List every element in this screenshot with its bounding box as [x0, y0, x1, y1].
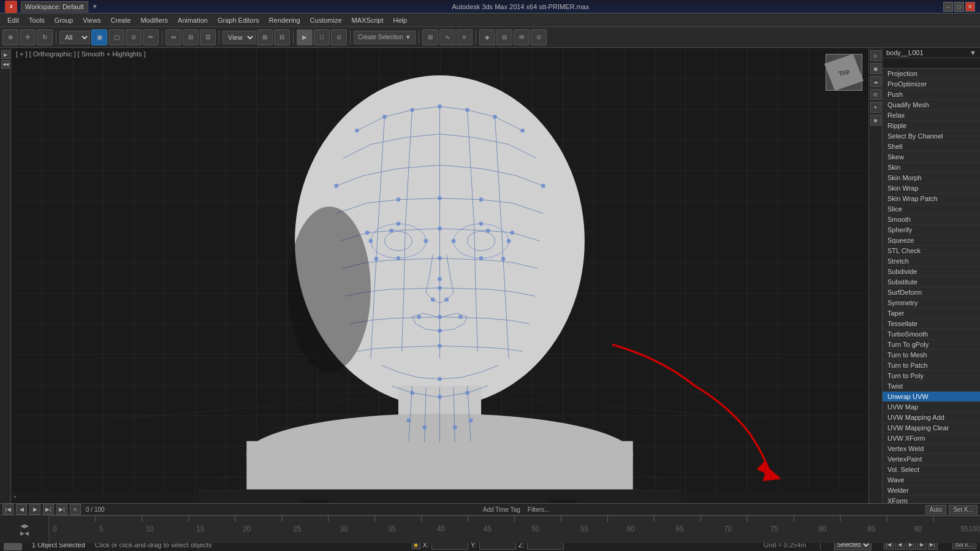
- modifier-item[interactable]: Vertex Weld: [883, 444, 980, 454]
- timeline-track[interactable]: 0 5 10 15 20 25 30 35 40 45 50 55 60 65: [49, 515, 980, 543]
- modifier-item[interactable]: Skin Wrap: [883, 183, 980, 194]
- modifier-item[interactable]: Turn to Mesh: [883, 350, 980, 360]
- menu-item-animation[interactable]: Animation: [173, 13, 213, 26]
- collapse-track-btn[interactable]: ▶◀: [20, 530, 29, 536]
- view-select[interactable]: View: [222, 31, 256, 44]
- go-start-btn[interactable]: |◀: [2, 504, 13, 515]
- modifier-item[interactable]: Taper: [883, 308, 980, 319]
- maximize-button[interactable]: □: [954, 2, 964, 12]
- render-frame-btn[interactable]: □: [314, 29, 330, 45]
- modifier-item[interactable]: UVW Mapping Add: [883, 412, 980, 423]
- modifier-item[interactable]: Wave: [883, 475, 980, 485]
- expand-track-btn[interactable]: ◀▶: [20, 523, 29, 529]
- icon-panel-btn-5[interactable]: ✦: [870, 102, 881, 113]
- icon-panel-btn-2[interactable]: ▣: [870, 63, 881, 74]
- modifier-search-input[interactable]: [883, 58, 980, 69]
- schematic-btn[interactable]: ⊞: [422, 29, 438, 45]
- icon-panel-btn-1[interactable]: ⊙: [870, 50, 881, 61]
- modifier-item[interactable]: Turn to Patch: [883, 360, 980, 371]
- modifier-item[interactable]: Unwrap UVW: [883, 392, 980, 402]
- render-region-btn[interactable]: ⊙: [331, 29, 347, 45]
- menu-item-group[interactable]: Group: [50, 13, 78, 26]
- menu-item-tools[interactable]: Tools: [24, 13, 50, 26]
- modifier-item[interactable]: Turn To gPoly: [883, 340, 980, 350]
- menu-item-create[interactable]: Create: [105, 13, 135, 26]
- set-key-btn[interactable]: Set K...: [949, 505, 978, 514]
- modifier-item[interactable]: Turn to Poly: [883, 371, 980, 381]
- add-time-tag-btn[interactable]: Add Time Tag: [481, 506, 523, 513]
- minimize-button[interactable]: –: [943, 2, 953, 12]
- modifier-item[interactable]: TurboSmooth: [883, 329, 980, 340]
- menu-item-maxscript[interactable]: MAXScript: [347, 13, 389, 26]
- modifier-item[interactable]: Twist: [883, 381, 980, 392]
- create-sel-btn[interactable]: Create Selection ▼: [354, 31, 416, 44]
- menu-item-edit[interactable]: Edit: [2, 13, 24, 26]
- rotate-btn[interactable]: ↻: [37, 29, 53, 45]
- modifier-item[interactable]: Ripple: [883, 121, 980, 131]
- close-button[interactable]: ✕: [965, 2, 975, 12]
- modifier-item[interactable]: Squeeze: [883, 235, 980, 246]
- viewport[interactable]: [ + ] [ Orthographic ] [ Smooth + Highli…: [11, 48, 868, 503]
- next-frame-btn[interactable]: ▶|: [43, 504, 54, 515]
- modifier-item[interactable]: SurfDeform: [883, 287, 980, 298]
- modifier-item[interactable]: Projection: [883, 69, 980, 79]
- modifier-item[interactable]: Quadify Mesh: [883, 100, 980, 110]
- modifier-item[interactable]: UVW Map: [883, 402, 980, 412]
- modifier-item[interactable]: Slice: [883, 204, 980, 215]
- rewind-btn[interactable]: ◀◀: [1, 60, 10, 69]
- paint-select-btn[interactable]: ✏: [143, 29, 159, 45]
- select-mode-btn[interactable]: ⊕: [2, 29, 18, 45]
- modifier-item[interactable]: Skin Morph: [883, 173, 980, 183]
- zoom-ext-btn[interactable]: ⊞: [257, 29, 273, 45]
- all-select[interactable]: All: [59, 31, 90, 44]
- modifier-item[interactable]: Skew: [883, 152, 980, 162]
- modifier-item[interactable]: UVW Mapping Clear: [883, 423, 980, 433]
- modifier-item[interactable]: Push: [883, 89, 980, 100]
- filters-btn[interactable]: Filters...: [525, 506, 552, 513]
- track-view-btn[interactable]: ⊟: [496, 29, 512, 45]
- environment-btn[interactable]: ⊙: [531, 29, 547, 45]
- anim-mode-auto-btn[interactable]: Auto: [925, 505, 947, 514]
- viewport-nav-btn[interactable]: +: [13, 494, 17, 500]
- move-btn[interactable]: ✛: [20, 29, 36, 45]
- modifier-item[interactable]: Smooth: [883, 215, 980, 225]
- modifier-item[interactable]: UVW XForm: [883, 433, 980, 444]
- render-btn[interactable]: ▶: [297, 29, 313, 45]
- modifier-item[interactable]: Substitute: [883, 277, 980, 287]
- modifier-item[interactable]: Vol. Select: [883, 465, 980, 475]
- modifier-item[interactable]: VertexPaint: [883, 454, 980, 465]
- modifier-item[interactable]: Shell: [883, 142, 980, 152]
- select-obj-btn[interactable]: ▣: [91, 29, 107, 45]
- prev-frame-btn[interactable]: ◀: [16, 504, 27, 515]
- icon-panel-btn-3[interactable]: ☁: [870, 76, 881, 87]
- modifier-item[interactable]: Tessellate: [883, 319, 980, 329]
- key-mode-btn[interactable]: K: [70, 504, 81, 515]
- curve-editor-btn[interactable]: ∿: [439, 29, 455, 45]
- menu-item-customize[interactable]: Customize: [305, 13, 347, 26]
- menu-item-views[interactable]: Views: [78, 13, 105, 26]
- menu-item-help[interactable]: Help: [389, 13, 412, 26]
- modifier-item[interactable]: ProOptimizer: [883, 79, 980, 89]
- lasso-btn[interactable]: ⊙: [126, 29, 142, 45]
- modifier-item[interactable]: Select By Channel: [883, 131, 980, 142]
- modifier-item[interactable]: Spherify: [883, 225, 980, 235]
- go-end-btn[interactable]: ▶|: [56, 504, 67, 515]
- modifier-item[interactable]: Relax: [883, 110, 980, 121]
- modifier-item[interactable]: Stretch: [883, 256, 980, 267]
- icon-panel-btn-6[interactable]: ◉: [870, 115, 881, 126]
- dope-sheet-btn[interactable]: ≡: [457, 29, 473, 45]
- mirror-btn[interactable]: ⇔: [165, 29, 181, 45]
- menu-item-modifiers[interactable]: Modifiers: [135, 13, 173, 26]
- menu-item-graph-editors[interactable]: Graph Editors: [213, 13, 264, 26]
- material-btn[interactable]: ◈: [479, 29, 495, 45]
- render-msg-btn[interactable]: ✉: [514, 29, 530, 45]
- play-btn[interactable]: ▶: [29, 504, 40, 515]
- modifier-item[interactable]: XForm: [883, 496, 980, 503]
- icon-panel-btn-4[interactable]: ⊟: [870, 89, 881, 100]
- modifier-item[interactable]: Skin: [883, 162, 980, 173]
- modifier-item[interactable]: Symmetry: [883, 298, 980, 308]
- align-btn[interactable]: ⊟: [183, 29, 199, 45]
- select-region-btn[interactable]: ▢: [108, 29, 124, 45]
- layer-btn[interactable]: ☰: [200, 29, 216, 45]
- modifier-item[interactable]: Subdivide: [883, 267, 980, 277]
